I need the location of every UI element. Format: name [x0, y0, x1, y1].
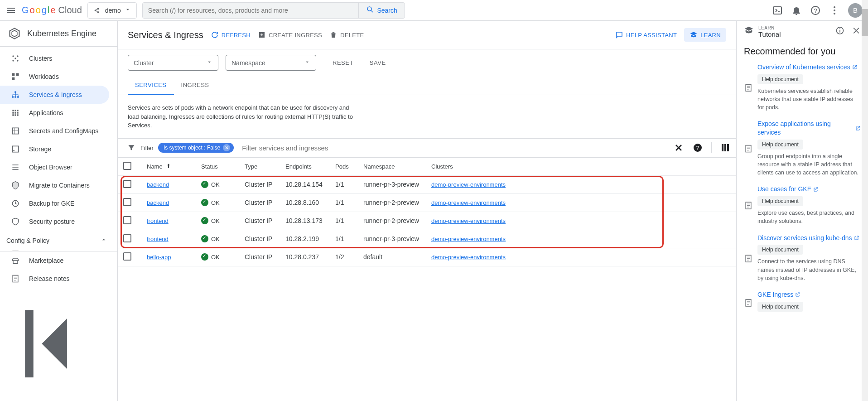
- filter-input[interactable]: [238, 141, 669, 155]
- service-name-link[interactable]: hello-app: [147, 254, 171, 261]
- column-pods[interactable]: Pods: [335, 163, 363, 170]
- help-assistant-button[interactable]: HELP ASSISTANT: [615, 31, 677, 39]
- sidebar-item-workloads[interactable]: Workloads: [0, 68, 109, 86]
- select-all-checkbox[interactable]: [123, 162, 147, 171]
- menu-icon[interactable]: [5, 5, 16, 16]
- reset-button[interactable]: RESET: [333, 59, 353, 66]
- search-input[interactable]: [143, 3, 359, 18]
- svg-rect-33: [12, 128, 18, 134]
- sidebar-item-backup[interactable]: Backup for GKE: [0, 194, 109, 213]
- svg-rect-46: [724, 144, 726, 151]
- column-endpoints[interactable]: Endpoints: [285, 163, 335, 170]
- namespace-dropdown[interactable]: Namespace: [226, 55, 316, 71]
- info-icon[interactable]: [835, 25, 844, 36]
- sidebar-item-clusters[interactable]: Clusters: [0, 49, 109, 68]
- cluster-link[interactable]: demo-preview-environments: [431, 217, 506, 224]
- sidebar-item-marketplace[interactable]: Marketplace: [0, 251, 113, 270]
- help-icon[interactable]: ?: [810, 5, 821, 16]
- chip-remove-icon[interactable]: ✕: [223, 144, 230, 151]
- search-button[interactable]: Search: [358, 3, 404, 18]
- column-clusters[interactable]: Clusters: [431, 163, 731, 170]
- columns-icon[interactable]: [720, 142, 731, 153]
- sidebar-item-label: Storage: [29, 145, 51, 153]
- recommendation-desc: Kubernetes services establish reliable n…: [757, 87, 861, 111]
- save-button[interactable]: SAVE: [370, 59, 386, 66]
- column-status[interactable]: Status: [201, 163, 245, 170]
- tab-ingress[interactable]: INGRESS: [174, 76, 217, 95]
- service-name-link[interactable]: frontend: [147, 236, 169, 242]
- clear-filter-icon[interactable]: [673, 142, 684, 153]
- services-description: Services are sets of pods with a network…: [118, 95, 371, 138]
- learn-button[interactable]: LEARN: [684, 28, 726, 42]
- cluster-link[interactable]: demo-preview-environments: [431, 236, 506, 242]
- recommendation-link[interactable]: Overview of Kubernetes services: [757, 63, 861, 72]
- refresh-button[interactable]: REFRESH: [211, 31, 251, 39]
- pods-cell: 1/2: [335, 253, 363, 261]
- filter-help-icon[interactable]: ?: [692, 142, 703, 153]
- column-namespace[interactable]: Namespace: [363, 163, 431, 170]
- row-checkbox[interactable]: [123, 252, 147, 262]
- recommendation-link[interactable]: Expose applications using services: [757, 120, 861, 137]
- create-ingress-button[interactable]: CREATE INGRESS: [258, 31, 322, 39]
- collapse-sidebar-button[interactable]: [0, 288, 117, 401]
- status-ok-icon: [201, 253, 208, 261]
- cluster-link[interactable]: demo-preview-environments: [431, 181, 506, 188]
- cloud-shell-icon[interactable]: [772, 5, 783, 16]
- delete-button[interactable]: DELETE: [329, 31, 364, 39]
- search-button-label: Search: [377, 7, 397, 14]
- sidebar-item-secrets[interactable]: Secrets and ConfigMaps: [0, 122, 109, 140]
- filter-icon: [127, 143, 136, 152]
- sidebar-item-object-browser[interactable]: Object Browser: [0, 158, 109, 176]
- row-checkbox[interactable]: [123, 234, 147, 244]
- column-name[interactable]: Name: [147, 163, 201, 170]
- status-ok-icon: [201, 199, 208, 206]
- svg-rect-30: [12, 114, 14, 116]
- cluster-dropdown[interactable]: Cluster: [128, 55, 218, 71]
- page-scrollbar[interactable]: [862, 0, 868, 401]
- notifications-icon[interactable]: [791, 5, 802, 16]
- sidebar-item-services[interactable]: Services & Ingress: [0, 86, 109, 104]
- table-row: frontend OK Cluster IP 10.28.13.173 1/1 …: [118, 212, 736, 230]
- sidebar-item-config[interactable]: Config: [0, 248, 109, 251]
- recommendation-link[interactable]: GKE Ingress: [757, 290, 861, 299]
- service-name-link[interactable]: backend: [147, 181, 169, 188]
- row-checkbox[interactable]: [123, 180, 147, 189]
- avatar[interactable]: B: [848, 3, 863, 18]
- recommendation-link[interactable]: Use cases for GKE: [757, 185, 861, 193]
- sidebar-item-label: Workloads: [29, 73, 59, 80]
- column-type[interactable]: Type: [245, 163, 285, 170]
- refresh-icon: [211, 31, 219, 39]
- sidebar-section-config[interactable]: Config & Policy: [0, 231, 114, 248]
- cluster-link[interactable]: demo-preview-environments: [431, 254, 506, 261]
- filter-chip[interactable]: Is system object : False✕: [158, 143, 234, 153]
- create-ingress-label: CREATE INGRESS: [269, 32, 322, 39]
- tab-services[interactable]: SERVICES: [128, 76, 174, 95]
- close-icon[interactable]: [852, 25, 861, 36]
- row-checkbox[interactable]: [123, 216, 147, 226]
- svg-point-9: [834, 13, 835, 14]
- namespace-cell: runner-pr-3-preview: [363, 181, 431, 188]
- shield-icon: [11, 217, 20, 226]
- google-cloud-logo[interactable]: Google Cloud: [22, 5, 82, 15]
- project-picker[interactable]: demo: [87, 2, 137, 19]
- service-name-link[interactable]: frontend: [147, 217, 169, 224]
- table-row: frontend OK Cluster IP 10.28.2.199 1/1 r…: [118, 230, 736, 248]
- svg-rect-26: [17, 110, 18, 111]
- sidebar-item-release-notes[interactable]: Release notes: [0, 270, 113, 288]
- sidebar-item-applications[interactable]: Applications: [0, 104, 109, 122]
- status-cell: OK: [201, 217, 245, 224]
- sidebar-item-security[interactable]: Security posture: [0, 213, 109, 231]
- recommendation-link[interactable]: Discover services using kube-dns: [757, 234, 861, 242]
- sidebar-item-storage[interactable]: Storage: [0, 140, 109, 158]
- status-cell: OK: [201, 181, 245, 188]
- more-icon[interactable]: [829, 5, 840, 16]
- sidebar-item-migrate[interactable]: Migrate to Containers: [0, 176, 109, 194]
- table-row: hello-app OK Cluster IP 10.28.0.237 1/2 …: [118, 248, 736, 266]
- chevron-up-icon: [100, 236, 107, 245]
- type-cell: Cluster IP: [245, 253, 285, 261]
- cluster-link[interactable]: demo-preview-environments: [431, 199, 506, 206]
- service-name-link[interactable]: backend: [147, 199, 169, 206]
- namespace-cell: default: [363, 253, 431, 261]
- svg-rect-20: [14, 92, 16, 93]
- row-checkbox[interactable]: [123, 198, 147, 208]
